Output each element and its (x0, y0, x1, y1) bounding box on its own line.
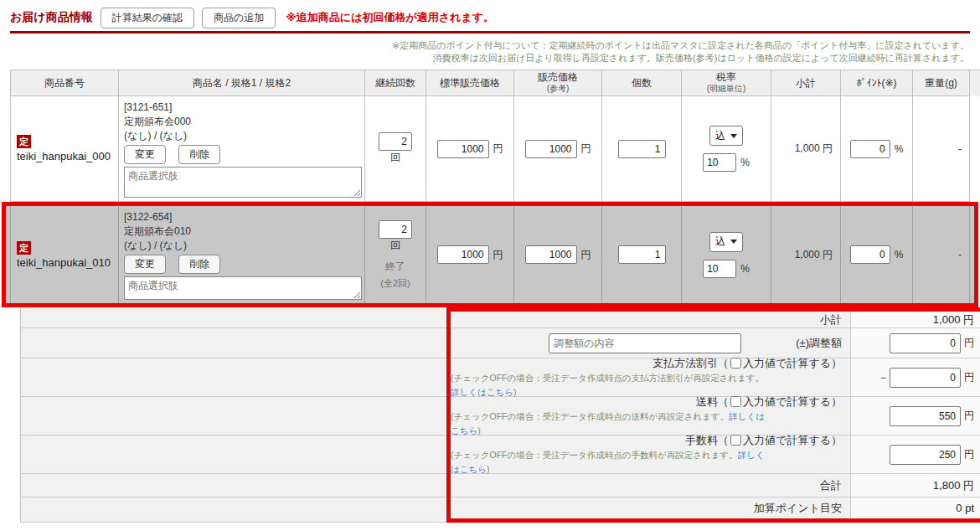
end-status-label: 終了 (385, 260, 405, 274)
shipping-value-cell: 円 (850, 397, 980, 435)
col-header-code: 商品番号 (11, 70, 119, 96)
standard-price-input[interactable] (437, 140, 489, 158)
total-row: 合計 1,800 円 (451, 474, 980, 497)
col-header-tax-main: 税率 (716, 72, 736, 83)
adjustment-label: (±)調整額 (796, 336, 842, 351)
chevron-down-icon (730, 240, 737, 244)
quantity-cell (602, 96, 682, 202)
points-notice-line1: ※定期商品のポイント付与について：定期継続時のポイントは出品マスタに設定された各… (0, 39, 969, 52)
product-code: teiki_hanpukai_010 (17, 256, 111, 269)
teiki-badge: 定 (17, 135, 31, 148)
point-input[interactable] (850, 140, 890, 158)
payment-discount-input[interactable] (890, 368, 961, 388)
product-name: 定期頒布会000 (124, 115, 191, 129)
delete-button[interactable]: 削除 (178, 255, 220, 274)
points-notice: ※定期商品のポイント付与について：定期継続時のポイントは出品マスタに設定された各… (0, 39, 969, 64)
row-actions: 変更 削除 (124, 255, 230, 274)
continue-unit-label: 回 (390, 239, 400, 253)
calc-result-button[interactable]: 計算結果の確認 (101, 8, 194, 28)
percent-label: % (895, 249, 904, 260)
subtotal-value: 1,000 円 (795, 142, 833, 156)
fee-label: 手数料 (685, 433, 718, 447)
add-product-button[interactable]: 商品の追加 (202, 8, 276, 28)
col-header-weight: 重量(g) (913, 70, 970, 96)
yen-label: 円 (964, 336, 974, 350)
tax-rate-input[interactable] (703, 260, 736, 278)
product-code-cell: 定 teiki_hanpukai_000 (11, 96, 119, 202)
product-spec: (なし) / (なし) (124, 239, 187, 253)
tax-cell: 込 % (682, 206, 771, 303)
weight-value: - (958, 249, 962, 260)
fee-row: 手数料 （ 入力値で計算する） (チェックOFFの場合：受注データ作成時点の手数… (451, 436, 980, 474)
order-summary: 小計 1,000 円 (±)調整額 円 (20, 307, 980, 523)
tax-type-select[interactable]: 込 (709, 126, 743, 146)
shipping-calc-checkbox[interactable] (730, 396, 741, 407)
adjustment-row: (±)調整額 円 (451, 328, 980, 358)
tax-cell: 込 % (682, 96, 771, 202)
percent-label: % (740, 157, 750, 168)
fee-calc-checkbox[interactable] (730, 435, 741, 446)
points-estimate-value: 0 pt (850, 497, 980, 518)
tax-type-select[interactable]: 込 (709, 232, 743, 252)
chevron-down-icon (730, 134, 737, 138)
product-row-2: 定 teiki_hanpukai_010 [3122-654] 定期頒布会010… (10, 206, 974, 303)
weight-cell: - (913, 206, 970, 303)
fee-value-cell: 円 (850, 436, 980, 473)
summary-red-box: 小計 1,000 円 (±)調整額 円 (446, 307, 980, 523)
fee-note: (チェックOFFの場合：受注データ作成時点の手数料が再設定されます。詳しくはこち… (451, 448, 842, 477)
delivery-products-page: お届け商品情報 計算結果の確認 商品の追加 ※追加商品には初回価格が適用されます… (0, 0, 980, 523)
col-header-continue: 継続回数 (365, 70, 426, 96)
percent-label: % (895, 143, 904, 155)
teiki-badge: 定 (17, 241, 31, 255)
product-option-textarea[interactable] (124, 167, 362, 198)
yen-label: 円 (493, 248, 503, 262)
continue-count-input[interactable] (379, 132, 412, 151)
product-table: 商品番号 商品名 / 規格1 / 規格2 継続回数 標準販売価格 販売価格 (参… (10, 70, 980, 523)
delete-button[interactable]: 削除 (178, 145, 220, 164)
col-header-sale-price: 販売価格 (参考) (514, 70, 602, 96)
yen-label: 円 (493, 142, 503, 156)
weight-cell: - (913, 96, 970, 202)
highlighted-row-box: 定 teiki_hanpukai_010 [3122-654] 定期頒布会010… (2, 202, 978, 307)
payment-discount-label: 支払方法割引 (652, 356, 718, 370)
point-input[interactable] (850, 245, 890, 264)
payment-discount-value-cell: − 円 (850, 358, 980, 396)
yen-label: 円 (581, 248, 591, 262)
continue-count-input[interactable] (379, 220, 412, 239)
product-option-textarea[interactable] (124, 276, 362, 300)
point-cell: % (841, 96, 913, 202)
payment-discount-calc-checkbox[interactable] (730, 358, 741, 369)
sale-price-input[interactable] (525, 140, 577, 158)
end-total-label: (全2回) (380, 277, 410, 290)
sale-price-cell: 円 (514, 206, 602, 303)
adjustment-label-cell: (±)調整額 (451, 328, 850, 358)
continue-count-cell: 回 終了 (全2回) (365, 206, 426, 303)
product-name-cell: [3121-651] 定期頒布会000 (なし) / (なし) 変更 削除 (119, 96, 365, 202)
page-title: お届け商品情報 (10, 10, 93, 25)
product-spec: (なし) / (なし) (124, 129, 187, 143)
sale-price-input[interactable] (525, 245, 577, 264)
adjustment-content-input[interactable] (549, 333, 741, 353)
shipping-label-cell: 送料 （ 入力値で計算する） (チェックOFFの場合：受注データ作成時点の送料が… (451, 397, 850, 435)
percent-label: % (740, 263, 750, 275)
tax-rate-input[interactable] (703, 153, 736, 172)
change-button[interactable]: 変更 (124, 145, 166, 164)
standard-price-cell: 円 (426, 206, 514, 303)
adjustment-value-input[interactable] (890, 333, 961, 353)
summary-subtotal-label: 小計 (451, 312, 850, 327)
col-header-subtotal: 小計 (771, 70, 841, 96)
subtotal-cell: 1,000 円 (771, 206, 841, 303)
quantity-input[interactable] (618, 245, 666, 264)
table-header-row: 商品番号 商品名 / 規格1 / 規格2 継続回数 標準販売価格 販売価格 (参… (10, 70, 980, 96)
col-header-name: 商品名 / 規格1 / 規格2 (119, 70, 365, 96)
details-link[interactable]: 詳しくはこちら (451, 387, 513, 397)
point-cell: % (841, 206, 913, 303)
standard-price-input[interactable] (437, 245, 489, 264)
change-button[interactable]: 変更 (124, 255, 166, 274)
shipping-input[interactable] (890, 406, 961, 426)
minus-sign: − (880, 372, 886, 384)
quantity-input[interactable] (618, 140, 666, 158)
weight-value: - (958, 143, 962, 155)
col-header-quantity: 個数 (602, 70, 682, 96)
fee-input[interactable] (890, 445, 961, 465)
